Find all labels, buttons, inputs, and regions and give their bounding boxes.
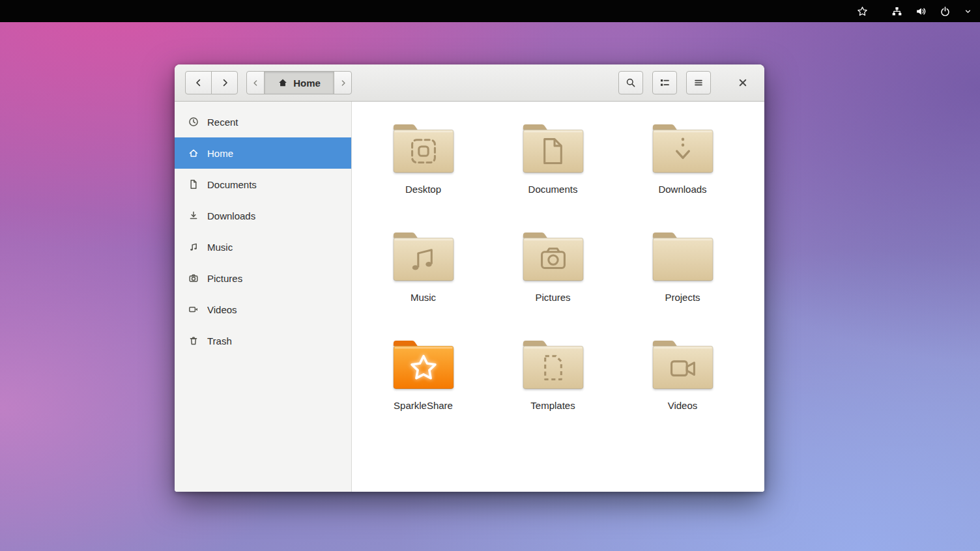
- home-icon: [278, 78, 288, 88]
- sidebar-item-documents[interactable]: Documents: [175, 169, 351, 200]
- sidebar-item-home[interactable]: Home: [175, 137, 351, 169]
- folder-icon: [649, 337, 717, 395]
- file-item-downloads[interactable]: Downloads: [618, 111, 747, 219]
- sidebar-item-downloads[interactable]: Downloads: [175, 200, 351, 231]
- close-icon: [737, 77, 749, 89]
- file-item-videos[interactable]: Videos: [618, 327, 747, 435]
- files-window: Home Re: [175, 64, 764, 492]
- trash-icon: [188, 335, 199, 346]
- folder-icon: [390, 121, 457, 178]
- headerbar: Home: [175, 64, 764, 102]
- headerbar-actions: [618, 71, 754, 94]
- forward-button[interactable]: [211, 71, 238, 94]
- volume-icon[interactable]: [915, 6, 927, 17]
- document-icon: [188, 179, 199, 190]
- path-bar: Home: [246, 71, 352, 94]
- chevron-right-icon: [339, 79, 347, 87]
- system-menu-chevron-icon[interactable]: [964, 7, 972, 16]
- sidebar-item-label: Documents: [207, 179, 257, 190]
- close-button[interactable]: [732, 72, 754, 94]
- file-item-pictures[interactable]: Pictures: [488, 219, 618, 327]
- file-grid: DesktopDocumentsDownloadsMusicPicturesPr…: [358, 111, 764, 435]
- music-note-icon: [188, 242, 199, 252]
- file-label: Templates: [530, 400, 575, 411]
- search-button[interactable]: [618, 71, 643, 94]
- folder-icon: [649, 229, 717, 287]
- chevron-left-icon: [194, 78, 204, 88]
- clock-icon: [188, 117, 199, 127]
- chevron-right-icon: [220, 78, 230, 88]
- view-list-icon: [659, 78, 670, 88]
- sidebar-item-recent[interactable]: Recent: [175, 106, 351, 137]
- sidebar-item-trash[interactable]: Trash: [175, 325, 351, 356]
- file-label: Desktop: [405, 184, 441, 195]
- sidebar-item-label: Trash: [207, 335, 232, 346]
- file-label: Music: [411, 292, 436, 303]
- video-camera-icon: [188, 304, 199, 315]
- top-bar: [0, 0, 980, 22]
- sidebar-item-music[interactable]: Music: [175, 231, 351, 262]
- sidebar-item-label: Recent: [207, 117, 238, 128]
- file-item-desktop[interactable]: Desktop: [358, 111, 488, 219]
- view-toggle-button[interactable]: [652, 71, 677, 94]
- file-item-documents[interactable]: Documents: [488, 111, 618, 219]
- favorites-star-icon[interactable]: [857, 6, 868, 17]
- folder-icon: [390, 229, 457, 287]
- menu-icon: [693, 78, 704, 88]
- file-item-sparkleshare[interactable]: SparkleShare: [358, 327, 488, 435]
- back-button[interactable]: [185, 71, 212, 94]
- chevron-left-icon: [252, 79, 260, 87]
- window-body: RecentHomeDocumentsDownloadsMusicPicture…: [175, 102, 764, 492]
- folder-icon: [519, 337, 587, 395]
- download-icon: [188, 210, 199, 221]
- camera-icon: [188, 273, 199, 283]
- sidebar-item-label: Downloads: [207, 210, 255, 221]
- location-home-button[interactable]: Home: [264, 71, 334, 94]
- sidebar-item-pictures[interactable]: Pictures: [175, 262, 351, 294]
- content-area: DesktopDocumentsDownloadsMusicPicturesPr…: [352, 102, 764, 492]
- folder-icon: [649, 121, 717, 178]
- history-nav-group: [185, 71, 238, 94]
- file-label: Documents: [528, 184, 578, 195]
- screen: Home Re: [0, 0, 980, 551]
- file-label: SparkleShare: [394, 400, 453, 411]
- file-label: Downloads: [658, 184, 706, 195]
- search-icon: [626, 78, 636, 88]
- path-previous-button[interactable]: [246, 71, 265, 94]
- file-item-music[interactable]: Music: [358, 219, 488, 327]
- file-label: Pictures: [535, 292, 570, 303]
- sidebar-item-label: Home: [207, 148, 233, 159]
- location-label: Home: [293, 78, 321, 89]
- folder-icon: [519, 121, 587, 178]
- sidebar-item-label: Videos: [207, 304, 237, 315]
- file-label: Videos: [668, 400, 698, 411]
- folder-star-icon: [390, 337, 457, 395]
- file-label: Projects: [665, 292, 700, 303]
- file-item-templates[interactable]: Templates: [488, 327, 618, 435]
- sidebar-item-label: Pictures: [207, 273, 242, 284]
- network-icon[interactable]: [891, 6, 902, 17]
- home-icon: [188, 148, 199, 158]
- folder-icon: [519, 229, 587, 287]
- power-icon[interactable]: [940, 6, 951, 17]
- path-next-button[interactable]: [334, 71, 352, 94]
- sidebar-item-videos[interactable]: Videos: [175, 294, 351, 325]
- sidebar: RecentHomeDocumentsDownloadsMusicPicture…: [175, 102, 352, 492]
- menu-button[interactable]: [686, 71, 711, 94]
- sidebar-item-label: Music: [207, 242, 233, 253]
- file-item-projects[interactable]: Projects: [618, 219, 747, 327]
